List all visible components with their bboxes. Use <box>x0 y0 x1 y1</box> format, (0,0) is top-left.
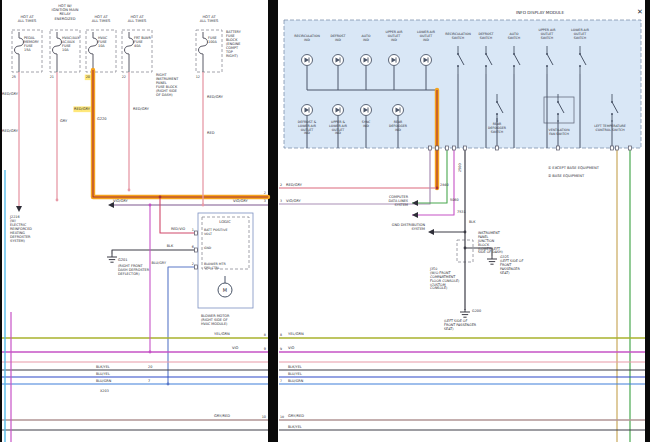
wire-color-label: VIO/GRY <box>233 199 249 203</box>
circuit-number: 5060 <box>450 198 459 202</box>
ground-label: G200 <box>472 309 481 313</box>
wire-color-label: BLU/YEL <box>96 372 110 376</box>
switch-icon <box>557 101 559 103</box>
pin-number: 2 <box>192 262 194 266</box>
pin <box>453 146 456 150</box>
pin <box>436 146 439 150</box>
pin <box>195 265 198 269</box>
wire-color-label: RED <box>207 131 215 135</box>
wire-color-label: GRY <box>60 119 68 123</box>
pin-number: 20 <box>148 365 152 369</box>
pin-number: 9 <box>280 347 282 351</box>
wire-color-label: BLK <box>167 244 174 248</box>
wire-color-label: RED/VIO <box>171 227 186 231</box>
wire-color-label: VIO <box>232 346 239 350</box>
splice-dot <box>464 247 467 250</box>
pin-function-label: GND <box>204 246 212 250</box>
pin <box>464 146 467 150</box>
pin-number: 8 <box>280 333 282 337</box>
switch-label: LEFT TEMPERATURECONTROL SWITCH <box>594 124 626 132</box>
pin-number: 1 <box>192 228 194 232</box>
blower-motor-label: BLOWER MOTOR(RIGHT SIDE OFHVAC MODULE) <box>201 314 230 326</box>
switch-icon <box>457 65 459 67</box>
pin <box>195 248 198 252</box>
wire-color-label: GRY/RED <box>288 414 304 418</box>
pin-number: 2 <box>264 191 266 195</box>
wire-color-label: YEL/GRN <box>214 332 230 336</box>
switch-icon <box>579 53 581 55</box>
wire-color-label: BLK/YEL <box>288 425 302 429</box>
wire-color-label-highlighted: RED/GRY <box>74 107 91 111</box>
switch-icon <box>546 53 548 55</box>
wire-color-label: YEL/GRN <box>288 332 304 336</box>
pin-number: 3 <box>264 199 266 203</box>
legend-item: ② BASE EQUIPMENT <box>548 174 585 178</box>
module-title: INFO DISPLAY MODULE <box>516 10 564 15</box>
circuit-number: 2500 <box>458 163 462 172</box>
wire-color-label: RED/GRY <box>2 92 19 96</box>
switch-icon <box>546 65 548 67</box>
ground-label: G201 <box>118 258 128 262</box>
switch-label: DEFROSTSWITCH <box>479 32 494 40</box>
pin <box>496 146 499 150</box>
switch-icon <box>611 101 613 103</box>
switch-icon <box>496 113 498 115</box>
wire-color-label: BLU/GRN <box>288 379 304 383</box>
wire-color-label: BLK <box>469 220 476 224</box>
close-icon[interactable]: ✕ <box>637 8 643 16</box>
wire-color-label: VIO <box>288 346 295 350</box>
switch-icon <box>485 53 487 55</box>
pin <box>195 231 198 235</box>
pin-number: 7 <box>280 379 282 383</box>
wire-color-label: VIO/GRY <box>286 199 302 203</box>
switch-icon <box>557 113 559 115</box>
switch-icon <box>485 65 487 67</box>
wiring-diagram: HOT ATALL TIMESHOT W/IGNITION MAINRELAYE… <box>0 0 650 442</box>
pin-number: 6 <box>192 245 194 249</box>
pin-number: 21 <box>50 75 54 79</box>
pin-number: 22 <box>122 75 126 79</box>
splice-dot <box>436 187 439 190</box>
circuit-number: 2840 <box>440 183 449 187</box>
pin-number: 10 <box>280 415 284 419</box>
pin-number: 3 <box>280 199 282 203</box>
wire-color-label: BLU/GRY <box>151 261 166 265</box>
wire-color-label: GRY/RED <box>214 414 230 418</box>
pin-number: 8 <box>264 333 266 337</box>
splice-label: G220 <box>97 117 107 121</box>
pin-number: 25 <box>12 75 16 79</box>
pin <box>611 146 614 150</box>
switch-icon <box>611 113 613 115</box>
splice-dot <box>159 196 162 199</box>
pin-number-highlighted: 20 <box>86 75 90 79</box>
splice-dot <box>149 351 152 354</box>
wire-color-label: VIO/GRY <box>113 199 129 203</box>
switch-icon <box>496 101 498 103</box>
splice-dot <box>128 189 131 192</box>
splice-dot <box>202 204 205 207</box>
wire-color-label: RED/GRY <box>286 183 303 187</box>
pin <box>616 146 619 150</box>
wire-color-label: BLK/YEL <box>96 365 110 369</box>
pin-number: 12 <box>196 75 200 79</box>
pin-number: 9 <box>264 347 266 351</box>
wire-color-label: BLU/YEL <box>288 372 302 376</box>
fuse-label: FUSE100A <box>208 36 217 44</box>
connector-label: X203 <box>100 389 109 393</box>
pin <box>446 146 449 150</box>
splice-dot <box>464 231 467 234</box>
wire-color-label: BLU/GRN <box>96 379 112 383</box>
schematic-page: HOT ATALL TIMESHOT W/IGNITION MAINRELAYE… <box>0 0 650 442</box>
switch-icon <box>513 65 515 67</box>
switch-icon <box>457 53 459 55</box>
pin-number: 10 <box>262 415 266 419</box>
legend-item: ① EXCEPT BASE EQUIPMENT <box>548 166 600 170</box>
splice-dot <box>56 199 59 202</box>
pin <box>629 146 632 150</box>
wire-color-label: RED/GRY <box>133 107 150 111</box>
pin-number: 7 <box>148 379 150 383</box>
switch-icon <box>513 53 515 55</box>
wire-color-label: RED/GRY <box>207 95 224 99</box>
logic-label: LOGIC <box>219 219 231 224</box>
pin-number: 2 <box>280 183 282 187</box>
